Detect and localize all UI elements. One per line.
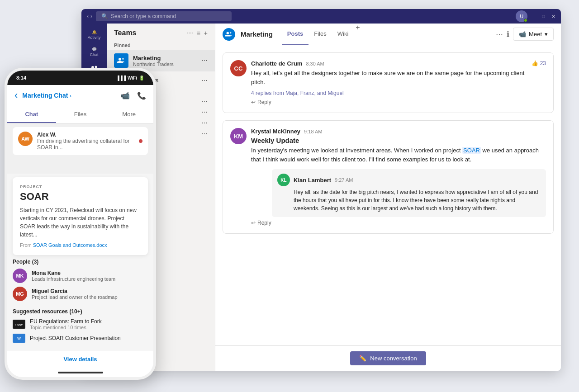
reply-arrow-icon-2: ↩ xyxy=(251,220,256,226)
section-more-channels[interactable]: ⋯ xyxy=(201,130,208,137)
message-2-title: Weekly Update xyxy=(251,137,546,144)
maximize-button[interactable]: □ xyxy=(542,14,545,19)
tab-files[interactable]: Files xyxy=(308,24,332,45)
left-panel-header: Teams ⋯ ≡ + xyxy=(107,24,215,41)
meet-button[interactable]: 📹 Meet ▾ xyxy=(513,28,554,41)
wifi-icon: WiFi xyxy=(128,76,137,80)
message-2-meta: Krystal McKinney 9:18 AM xyxy=(251,128,546,135)
add-team-icon[interactable]: + xyxy=(204,29,208,37)
section-more-northwind[interactable]: ⋯ xyxy=(201,77,208,84)
new-conv-label: New conversation xyxy=(370,355,417,362)
project-card: PROJECT SOAR Starting in CY 2021, Relecl… xyxy=(13,177,148,255)
reply-label: Reply xyxy=(257,99,271,105)
section-more-rs[interactable]: ⋯ xyxy=(201,98,208,105)
battery-icon: 🔋 xyxy=(139,76,144,80)
tab-wiki[interactable]: Wiki xyxy=(332,24,354,45)
more-options-channel-icon[interactable]: ⋯ xyxy=(496,30,503,38)
project-source-label: From xyxy=(20,242,32,248)
phone-avatar-alex: AW xyxy=(18,132,33,146)
reply-arrow-icon: ↩ xyxy=(251,99,256,105)
svg-point-5 xyxy=(230,32,232,33)
more-options-icon[interactable]: ⋯ xyxy=(187,29,193,37)
text-charlotte: Hey all, let's get all the designers tog… xyxy=(251,69,527,86)
meet-label: Meet xyxy=(529,31,542,38)
bottom-bar: ✏️ New conversation xyxy=(215,345,561,371)
nested-header-kian: KL Kian Lambert 9:27 AM xyxy=(277,174,541,186)
nav-arrows[interactable]: ‹ › xyxy=(87,13,92,19)
sidebar-item-activity[interactable]: 🔔 Activity xyxy=(83,27,105,43)
svg-point-2 xyxy=(119,58,121,61)
mobile-phone: 8:14 ▐▐▐ WiFi 🔋 ‹ Marketing Chat › 📹 📞 C… xyxy=(5,68,156,380)
message-1-meta: Charlotte de Crum 8:30 AM xyxy=(251,60,527,67)
replies-charlotte[interactable]: 4 replies from Maja, Franz, and Miguel xyxy=(251,90,546,96)
message-1-top: CC Charlotte de Crum 8:30 AM Hey all, le… xyxy=(230,60,546,86)
phone-tab-files[interactable]: Files xyxy=(56,106,105,123)
message-thread-2: KM Krystal McKinney 9:18 AM Weekly Updat… xyxy=(223,120,554,234)
team-name: Marketing xyxy=(133,55,197,61)
messages-area[interactable]: CC Charlotte de Crum 8:30 AM Hey all, le… xyxy=(215,45,561,345)
meet-icon: 📹 xyxy=(519,31,526,38)
resource-icon-eu: now xyxy=(13,320,25,329)
person-miguel-info: Miguel Garcia Project lead and owner of … xyxy=(32,288,118,300)
add-tab-button[interactable]: + xyxy=(354,24,361,45)
pinned-label: Pinned xyxy=(107,41,215,50)
view-details-bar[interactable]: View details xyxy=(7,350,153,368)
close-button[interactable]: ✕ xyxy=(551,14,555,19)
project-title: SOAR xyxy=(20,191,141,203)
chat-icon: 💬 xyxy=(92,47,97,52)
like-charlotte[interactable]: 👍 23 xyxy=(532,60,546,66)
section-more-s[interactable]: ⋯ xyxy=(201,109,208,116)
sidebar-item-chat[interactable]: 💬 Chat xyxy=(83,44,105,60)
phone-alert-dot xyxy=(139,139,142,143)
window-controls: – □ ✕ xyxy=(533,14,555,19)
message-2-top: KM Krystal McKinney 9:18 AM Weekly Updat… xyxy=(230,128,546,217)
user-avatar[interactable]: U xyxy=(516,10,527,22)
phone-msg-content-alex: Alex W. I'm driving the advertising coll… xyxy=(37,132,134,151)
person-miguel-role: Project lead and owner of the roadmap xyxy=(32,294,118,300)
left-panel-title: Teams xyxy=(114,29,137,37)
phone-msg-name-alex: Alex W. xyxy=(37,132,134,138)
info-channel-icon[interactable]: ℹ xyxy=(507,30,509,38)
person-mona: MK Mona Kane Leads infrastructure engine… xyxy=(13,269,148,283)
avatar-mona: MK xyxy=(13,269,27,283)
phone-time: 8:14 xyxy=(16,75,26,80)
phone-video-icon[interactable]: 📹 xyxy=(121,91,130,100)
signal-icon: ▐▐▐ xyxy=(116,76,126,80)
time-charlotte: 8:30 AM xyxy=(306,61,324,66)
new-conv-icon: ✏️ xyxy=(359,355,366,362)
author-krystal: Krystal McKinney xyxy=(251,128,300,135)
people-section: People (3) MK Mona Kane Leads infrastruc… xyxy=(13,259,148,305)
reply-charlotte[interactable]: ↩ Reply xyxy=(251,99,546,105)
resource-eu-info: EU Regulations: Farm to Fork Topic menti… xyxy=(30,318,102,330)
minimize-button[interactable]: – xyxy=(533,14,536,19)
team-more-btn[interactable]: ⋯ xyxy=(201,57,208,64)
chat-label: Chat xyxy=(90,52,98,57)
project-source-link[interactable]: SOAR Goals and Outcomes.docx xyxy=(33,242,107,248)
phone-call-icon[interactable]: 📞 xyxy=(137,91,146,100)
status-dot xyxy=(524,19,527,22)
tab-posts[interactable]: Posts xyxy=(282,24,308,45)
soar-link[interactable]: SOAR xyxy=(462,147,481,154)
new-conversation-button[interactable]: ✏️ New conversation xyxy=(350,351,426,365)
section-more-planning[interactable]: ⋯ xyxy=(201,119,208,127)
phone-tab-more[interactable]: More xyxy=(104,106,153,123)
resource-soar-doc-info: Project SOAR Customer Presentation xyxy=(30,335,121,341)
filter-icon[interactable]: ≡ xyxy=(197,29,200,37)
search-bar[interactable]: 🔍 Search or type a command xyxy=(96,11,232,21)
time-kian: 9:27 AM xyxy=(335,177,353,183)
project-desc: Starting in CY 2021, Relecloud will focu… xyxy=(20,206,141,239)
resource-item-soar-doc: W Project SOAR Customer Presentation xyxy=(13,334,148,343)
message-2-text: In yesterday's meeting we looked at inve… xyxy=(251,146,546,164)
reply-krystal[interactable]: ↩ Reply xyxy=(251,220,546,226)
nav-forward-icon[interactable]: › xyxy=(90,13,92,19)
like-count: 23 xyxy=(540,60,546,66)
team-sub: Northwind Traders xyxy=(133,61,197,67)
author-charlotte: Charlotte de Crum xyxy=(251,60,302,67)
nav-back-icon[interactable]: ‹ xyxy=(87,13,89,19)
phone-tab-chat[interactable]: Chat xyxy=(7,106,56,123)
team-icon-marketing xyxy=(114,53,128,68)
resource-name-eu: EU Regulations: Farm to Fork xyxy=(30,318,102,325)
phone-back-button[interactable]: ‹ xyxy=(14,90,18,101)
phone-bottom-bar xyxy=(7,368,153,377)
text-kian: Hey all, as the date for the big pitch n… xyxy=(294,188,541,213)
